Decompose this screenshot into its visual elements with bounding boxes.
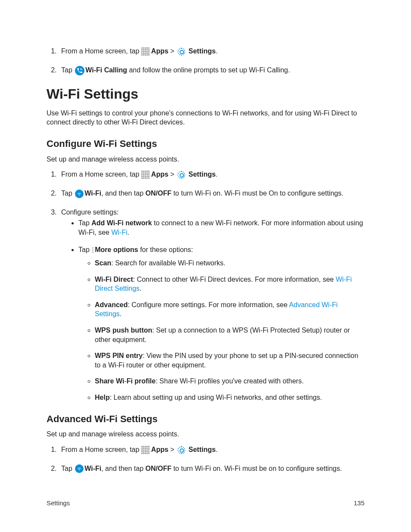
advanced-steps-list: From a Home screen, tap Apps > Settings.… <box>47 445 364 473</box>
period: . <box>216 171 218 178</box>
footer-section: Settings <box>47 499 70 507</box>
period: . <box>120 310 121 317</box>
tap-text: Tap <box>78 246 91 253</box>
step-text: From a Home screen, tap <box>61 47 141 55</box>
list-item: From a Home screen, tap Apps > Settings. <box>59 170 364 179</box>
settings-icon <box>177 171 185 179</box>
wifi-calling-label: Wi-Fi Calling <box>85 66 127 74</box>
wifi-direct-rest: : Connect to other Wi-Fi Direct devices.… <box>133 276 336 283</box>
list-item: Share Wi-Fi profile: Share Wi-Fi profile… <box>95 376 364 386</box>
list-item: Configure settings: Tap Add Wi-Fi networ… <box>59 208 364 402</box>
apps-label: Apps <box>151 171 168 178</box>
wifi-icon <box>75 190 84 198</box>
configure-steps-list: From a Home screen, tap Apps > Settings.… <box>47 170 364 402</box>
settings-icon <box>177 446 185 454</box>
step-text: Tap <box>61 465 74 472</box>
wifi-link[interactable]: Wi-Fi <box>111 229 127 236</box>
apps-label: Apps <box>151 446 168 453</box>
separator: > <box>168 446 176 453</box>
onoff-label: ON/OFF <box>146 465 171 472</box>
list-item: Tap More options for these options: Scan… <box>78 245 364 402</box>
apps-icon <box>141 446 151 454</box>
list-item: WPS push button: Set up a connection to … <box>95 326 364 344</box>
period: . <box>128 229 129 236</box>
period: . <box>140 285 141 292</box>
more-options-icon <box>92 247 93 253</box>
wps-pin-label: WPS PIN entry <box>95 352 143 359</box>
then-tap: , and then tap <box>101 465 145 472</box>
settings-label: Settings <box>189 47 216 55</box>
list-item: Wi-Fi Direct: Connect to other Wi-Fi Dir… <box>95 275 364 293</box>
separator: > <box>168 171 176 178</box>
wifi-calling-icon <box>75 66 84 75</box>
settings-icon <box>177 48 185 56</box>
apps-icon <box>141 47 151 56</box>
wifi-icon <box>75 464 84 473</box>
intro-steps-list: From a Home screen, tap Apps > Settings.… <box>47 47 364 75</box>
period: . <box>216 47 218 55</box>
list-item: Advanced: Configure more settings. For m… <box>95 300 364 319</box>
list-item: Tap Wi-Fi Calling and follow the online … <box>59 65 364 75</box>
scan-label: Scan <box>95 259 111 267</box>
advanced-intro: Set up and manage wireless access points… <box>47 429 364 439</box>
list-item: From a Home screen, tap Apps > Settings. <box>59 47 364 56</box>
step-text: From a Home screen, tap <box>61 171 141 178</box>
page-footer: Settings 135 <box>47 499 364 507</box>
list-item: Tap Wi-Fi, and then tap ON/OFF to turn W… <box>59 189 364 198</box>
configure-step3: Configure settings: <box>61 208 118 216</box>
advanced-label: Advanced <box>95 301 128 308</box>
add-wifi-network-label: Add Wi-Fi network <box>91 219 152 227</box>
then-tap: , and then tap <box>101 190 145 197</box>
footer-page-number: 135 <box>354 499 364 507</box>
wifi-label: Wi-Fi <box>84 190 101 197</box>
step-text: Tap <box>61 66 74 74</box>
onoff-rest: to turn Wi-Fi on. Wi-Fi must be on to co… <box>171 465 342 472</box>
share-label-b: Fi profile <box>127 377 156 385</box>
help-label: Help <box>95 394 110 401</box>
tap-text: Tap <box>78 219 91 227</box>
apps-label: Apps <box>151 47 168 55</box>
wifi-calling-follow: and follow the online prompts to set up … <box>127 66 290 74</box>
share-rest: : Share Wi-Fi profiles you've created wi… <box>156 377 304 385</box>
more-options-rest: for these options: <box>138 246 193 253</box>
apps-icon <box>141 171 151 179</box>
onoff-label: ON/OFF <box>146 190 171 197</box>
scan-rest: : Search for available Wi-Fi networks. <box>111 259 225 267</box>
configure-sublist: Tap Add Wi-Fi network to connect to a ne… <box>61 218 364 402</box>
wifi-label: Wi-Fi <box>84 465 101 472</box>
advanced-rest: : Configure more settings. For more info… <box>128 301 289 308</box>
list-item: From a Home screen, tap Apps > Settings. <box>59 445 364 454</box>
configure-intro: Set up and manage wireless access points… <box>47 155 364 164</box>
wifi-direct-label: Wi-Fi Direct <box>95 276 133 283</box>
list-item: Help: Learn about setting up and using W… <box>95 393 364 402</box>
separator: > <box>168 47 176 55</box>
list-item: Tap Wi-Fi, and then tap ON/OFF to turn W… <box>59 464 364 473</box>
heading-advanced-wifi: Advanced Wi-Fi Settings <box>47 413 364 426</box>
heading-configure-wifi: Configure Wi-Fi Settings <box>47 137 364 150</box>
share-label-a: Share Wi <box>95 377 124 385</box>
list-item: Tap Add Wi-Fi network to connect to a ne… <box>78 218 364 237</box>
wifi-settings-intro: Use Wi-Fi settings to control your phone… <box>47 109 364 127</box>
help-rest: : Learn about setting up and using Wi-Fi… <box>110 394 322 401</box>
list-item: WPS PIN entry: View the PIN used by your… <box>95 351 364 370</box>
more-options-sublist: Scan: Search for available Wi-Fi network… <box>78 258 364 402</box>
settings-label: Settings <box>189 446 216 453</box>
heading-wifi-settings: Wi-Fi Settings <box>47 85 364 103</box>
list-item: Scan: Search for available Wi-Fi network… <box>95 258 364 268</box>
step-text: From a Home screen, tap <box>61 446 141 453</box>
more-options-label: More options <box>95 246 138 253</box>
wps-push-label: WPS push button <box>95 327 152 334</box>
onoff-rest: to turn Wi-Fi on. Wi-Fi must be On to co… <box>171 190 343 197</box>
period: . <box>216 446 218 453</box>
step-text: Tap <box>61 190 74 197</box>
settings-label: Settings <box>189 171 216 178</box>
